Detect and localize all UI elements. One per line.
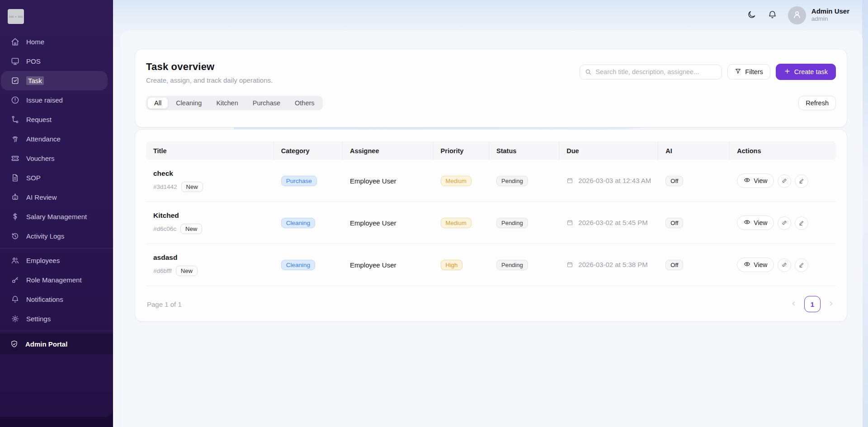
dark-mode-toggle[interactable] [746,10,757,21]
sidebar-item-label: Attendance [26,135,61,143]
filters-button[interactable]: Filters [727,64,770,80]
column-header-status: Status [489,141,559,160]
bell-icon [768,10,777,21]
task-table-card: TitleCategoryAssigneePriorityStatusDueAI… [135,129,847,322]
eye-icon [744,177,750,185]
sidebar-panel: 300 × 300 Home POS Task Issue raised Req… [0,0,113,417]
view-button[interactable]: View [737,258,774,272]
sidebar-item-settings[interactable]: Settings [1,309,108,328]
sidebar-divider [0,248,113,249]
sidebar-item-ai-review[interactable]: AI Review [1,188,108,207]
copy-link-button[interactable] [778,216,791,230]
due-date: 2026-03-02 at 5:38 PM [578,261,647,268]
tab-purchase[interactable]: Purchase [246,97,287,109]
edit-button[interactable] [795,216,808,230]
sidebar-item-label: Home [26,38,44,46]
sidebar-item-home[interactable]: Home [1,32,108,52]
task-id: #d6c06c [153,225,176,232]
sidebar-item-employees[interactable]: Employees [1,251,108,270]
task-title: Kitched [153,211,267,220]
sidebar-item-salary-management[interactable]: Salary Management [1,207,108,226]
copy-link-button[interactable] [778,174,791,188]
category-tabs: AllCleaningKitchenPurchaseOthers [146,96,323,110]
pencil-icon [798,220,805,227]
column-header-priority: Priority [434,141,489,160]
sidebar-item-label: Vouchers [26,155,55,162]
sidebar-item-label: Activity Logs [26,232,64,240]
tab-others[interactable]: Others [288,97,321,109]
ticket-icon [11,154,19,163]
category-badge: Cleaning [281,260,315,270]
chevron-right-icon [827,300,835,309]
sidebar-item-notifications[interactable]: Notifications [1,290,108,309]
task-id: #d6bfff [153,267,172,274]
sidebar-item-label: Settings [26,315,51,323]
sidebar-item-label: Issue raised [26,96,63,104]
robot-icon [11,193,19,202]
task-id: #3d1442 [153,183,177,190]
sidebar-item-label: SOP [26,174,41,182]
sidebar-item-request[interactable]: Request [1,110,108,129]
sidebar-item-admin-portal[interactable]: Admin Portal [0,333,113,354]
next-page-button[interactable] [827,300,835,308]
due-date: 2026-03-02 at 5:45 PM [578,219,647,226]
new-badge: New [176,266,198,276]
sidebar-item-pos[interactable]: POS [1,52,108,71]
funnel-icon [735,68,741,76]
sidebar-nav: Home POS Task Issue raised Request Atten… [0,30,113,333]
sidebar-item-label: Salary Management [26,213,87,221]
view-button[interactable]: View [737,174,774,188]
chevron-left-icon [790,300,797,309]
sidebar-item-label: Role Management [26,276,82,284]
sidebar-item-role-management[interactable]: Role Management [1,270,108,290]
task-title: check [153,169,267,178]
tab-all[interactable]: All [147,97,168,109]
ai-badge: Off [665,176,683,186]
sidebar-item-vouchers[interactable]: Vouchers [1,149,108,168]
table-row: Kitched #d6c06c New Cleaning Employee Us… [146,202,836,244]
sidebar-item-sop[interactable]: SOP [1,168,108,188]
table-body: check #3d1442 New Purchase Employee User… [146,160,836,286]
column-header-due: Due [559,141,658,160]
notifications-button[interactable] [767,10,778,21]
gear-icon [11,314,19,323]
sidebar-item-attendance[interactable]: Attendance [1,129,108,149]
assignee: Employee User [343,202,434,244]
sidebar-item-activity-logs[interactable]: Activity Logs [1,226,108,246]
link-icon [781,178,788,185]
monitor-icon [11,57,19,66]
table-row: check #3d1442 New Purchase Employee User… [146,160,836,202]
task-title: asdasd [153,253,267,262]
user-menu[interactable]: Admin User admin [788,6,849,24]
sidebar-item-label: AI Review [26,193,57,201]
sidebar-item-issue-raised[interactable]: Issue raised [1,90,108,110]
table-row: asdasd #d6bfff New Cleaning Employee Use… [146,244,836,286]
page-number-button[interactable]: 1 [804,296,821,312]
sidebar-item-task[interactable]: Task [1,71,108,90]
due-date: 2026-03-03 at 12:43 AM [578,177,651,184]
edit-button[interactable] [795,174,808,188]
sidebar-item-label: Admin Portal [25,340,67,348]
history-icon [11,232,19,240]
category-badge: Purchase [281,176,317,186]
refresh-button[interactable]: Refresh [798,96,836,110]
view-button[interactable]: View [737,216,774,230]
category-badge: Cleaning [281,218,315,228]
search-box [580,65,722,80]
app-logo: 300 × 300 [8,9,24,24]
page-title: Task overview [146,61,273,73]
tab-kitchen[interactable]: Kitchen [209,97,245,109]
user-role: admin [811,15,849,23]
search-input[interactable] [580,65,722,80]
task-table: TitleCategoryAssigneePriorityStatusDueAI… [146,141,836,286]
pagination: Page 1 of 1 1 [146,296,836,312]
prev-page-button[interactable] [790,300,798,308]
tab-cleaning[interactable]: Cleaning [169,97,208,109]
column-header-title: Title [146,141,274,160]
create-task-button[interactable]: Create task [776,64,836,80]
plus-icon [784,68,791,76]
edit-button[interactable] [795,258,808,272]
copy-link-button[interactable] [778,258,791,272]
column-header-category: Category [274,141,343,160]
sidebar-item-label: Task [26,76,44,85]
